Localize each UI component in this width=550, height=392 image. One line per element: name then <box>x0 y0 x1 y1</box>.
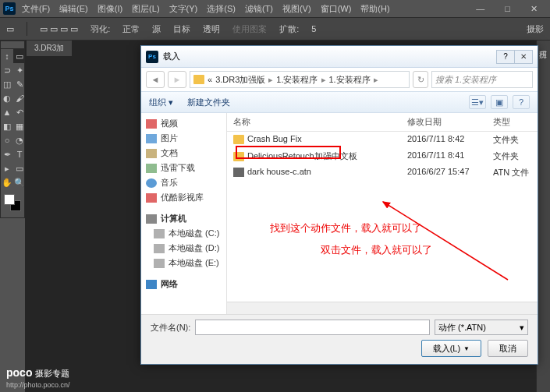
filetype-combo[interactable]: 动作 (*.ATN)▾ <box>435 320 528 335</box>
watermark: poco 摄影专题 http://photo.poco.cn/ <box>0 363 76 392</box>
menu-filter[interactable]: 滤镜(T) <box>245 3 273 15</box>
nav-youku[interactable]: 优酷影视库 <box>146 190 222 205</box>
file-row[interactable]: dark house-c.atn 2016/6/27 15:47 ATN 文件 <box>227 164 538 181</box>
pen-tool-icon[interactable]: ✒ <box>1 147 13 161</box>
mode-dropdown[interactable]: 摄影 <box>527 23 544 35</box>
menu-edit[interactable]: 编辑(E) <box>59 3 88 15</box>
document-tab[interactable]: 3.DR3加 <box>27 41 72 56</box>
help-icon[interactable]: ? <box>513 95 530 109</box>
diffusion-value[interactable]: 5 <box>311 24 316 34</box>
gradient-tool-icon[interactable]: ▦ <box>13 119 26 133</box>
transparent-label: 透明 <box>203 23 220 35</box>
nav-disk-e[interactable]: 本地磁盘 (E:) <box>146 256 222 270</box>
load-button[interactable]: 载入(L) ▼ <box>421 340 481 357</box>
ps-logo: Ps <box>3 2 16 15</box>
col-date[interactable]: 修改日期 <box>401 116 487 128</box>
close-icon[interactable]: ✕ <box>530 4 538 14</box>
hand-tool-icon[interactable]: ✋ <box>1 175 13 189</box>
nav-computer[interactable]: 计算机 <box>146 211 222 226</box>
feather-label: 羽化: <box>90 23 110 35</box>
nav-tree[interactable]: 视频 图片 文档 迅雷下载 音乐 优酷影视库 计算机 本地磁盘 (C:) 本地磁… <box>141 113 227 316</box>
color-swatch[interactable] <box>2 194 23 213</box>
crumb-2[interactable]: 1.安装程序 <box>329 74 371 86</box>
menu-select[interactable]: 选择(S) <box>207 3 236 15</box>
minimize-icon[interactable]: — <box>476 4 484 14</box>
brush-tool-icon[interactable]: 🖌 <box>13 91 26 105</box>
dialog-titlebar[interactable]: Ps 载入 ? ✕ <box>141 46 538 68</box>
photoshop-menubar: Ps 文件(F) 编辑(E) 图像(I) 图层(L) 文字(Y) 选择(S) 滤… <box>0 0 550 17</box>
nav-disk-c[interactable]: 本地磁盘 (C:) <box>146 226 222 241</box>
new-folder-button[interactable]: 新建文件夹 <box>187 97 230 108</box>
horizontal-scrollbar[interactable] <box>227 302 538 314</box>
dodge-tool-icon[interactable]: ◔ <box>13 133 26 147</box>
blur-tool-icon[interactable]: ○ <box>1 133 13 147</box>
menu-image[interactable]: 图像(I) <box>98 3 122 15</box>
help-icon[interactable]: ? <box>496 50 515 64</box>
type-tool-icon[interactable]: T <box>13 147 26 161</box>
move-tool-icon[interactable]: ↕ <box>1 49 13 63</box>
nav-disk-d[interactable]: 本地磁盘 (D:) <box>146 241 222 256</box>
load-dialog: Ps 载入 ? ✕ ◄ ► « 3.DR3加强版▸ 1.安装程序▸ 1.安装程序… <box>140 45 538 365</box>
nav-music[interactable]: 音乐 <box>146 175 222 190</box>
organize-menu[interactable]: 组织 ▾ <box>149 97 173 108</box>
close-icon[interactable]: ✕ <box>514 50 533 64</box>
quick-select-icon[interactable]: ✦ <box>13 63 26 77</box>
nav-network[interactable]: 网络 <box>146 277 222 291</box>
menu-help[interactable]: 帮助(H) <box>360 3 389 15</box>
zoom-tool-icon[interactable]: 🔍 <box>13 175 26 189</box>
annotation-text-2: 双击文件，载入就可以了 <box>321 243 432 257</box>
crop-tool-icon[interactable]: ◫ <box>1 77 13 91</box>
crumb-1[interactable]: 1.安装程序 <box>276 74 318 86</box>
nav-docs[interactable]: 文档 <box>146 146 222 161</box>
maximize-icon[interactable]: □ <box>505 4 510 14</box>
ps-icon: Ps <box>146 51 158 63</box>
refresh-button[interactable]: ↻ <box>413 71 428 88</box>
breadcrumb[interactable]: « 3.DR3加强版▸ 1.安装程序▸ 1.安装程序▸ <box>190 71 410 88</box>
annotation-text-1: 找到这个动作文件，载入就可以了 <box>270 221 422 235</box>
marquee-tool-icon[interactable]: ▭ <box>6 24 14 34</box>
search-input[interactable]: 搜索 1.安装程序 <box>431 71 533 88</box>
menu-window[interactable]: 窗口(W) <box>321 3 352 15</box>
options-bar: ▭ ▭ ▭ ▭ ▭ 羽化: 正常 源 目标 透明 使用图案 扩散: 5 摄影 <box>0 17 550 41</box>
menu-type[interactable]: 文字(Y) <box>169 3 198 15</box>
crumb-0[interactable]: 3.DR3加强版 <box>215 74 265 86</box>
menu-file[interactable]: 文件(F) <box>22 3 50 15</box>
toolbox-grip[interactable] <box>1 41 24 49</box>
shape-tool-icon[interactable]: ▭ <box>13 161 26 175</box>
source-label: 源 <box>152 23 161 35</box>
menu-layer[interactable]: 图层(L) <box>132 3 159 15</box>
back-button[interactable]: ◄ <box>146 71 165 88</box>
heal-brush-icon[interactable]: ◐ <box>1 91 13 105</box>
nav-video[interactable]: 视频 <box>146 116 222 131</box>
filename-label: 文件名(N): <box>151 322 190 334</box>
lasso-tool-icon[interactable]: ⊃ <box>1 63 13 77</box>
menu-view[interactable]: 视图(V) <box>282 3 311 15</box>
filename-input[interactable] <box>195 320 430 335</box>
col-type[interactable]: 类型 <box>487 116 538 128</box>
foreground-color[interactable] <box>4 194 15 205</box>
file-list: 名称 修改日期 类型 Crash Bug Fix 2016/7/11 8:42 … <box>227 113 538 316</box>
annotation-highlight <box>236 146 341 159</box>
dialog-bottom: 文件名(N): 动作 (*.ATN)▾ 载入(L) ▼ 取消 <box>141 314 538 364</box>
history-brush-icon[interactable]: ↶ <box>13 105 26 119</box>
cancel-button[interactable]: 取消 <box>488 340 528 357</box>
file-list-header[interactable]: 名称 修改日期 类型 <box>227 113 538 132</box>
nav-pictures[interactable]: 图片 <box>146 131 222 146</box>
view-mode-icon[interactable]: ☰▾ <box>469 95 486 109</box>
path-select-icon[interactable]: ▸ <box>1 161 13 175</box>
forward-button[interactable]: ► <box>168 71 186 88</box>
toolbox: ↕ ▭ ⊃ ✦ ◫ ✎ ◐ 🖌 ▲ ↶ ◧ ▦ ○ ◔ ✒ T ▸ ▭ ✋ 🔍 <box>0 41 25 218</box>
target-label: 目标 <box>173 23 190 35</box>
stamp-tool-icon[interactable]: ▲ <box>1 105 13 119</box>
eyedropper-icon[interactable]: ✎ <box>13 77 26 91</box>
eraser-tool-icon[interactable]: ◧ <box>1 119 13 133</box>
mode-normal[interactable]: 正常 <box>122 23 140 35</box>
col-name[interactable]: 名称 <box>227 116 401 128</box>
diffusion-label: 扩散: <box>279 23 299 35</box>
marquee-tool-icon[interactable]: ▭ <box>13 49 26 63</box>
dialog-toolbar: 组织 ▾ 新建文件夹 ☰▾ ▣ ? <box>141 91 538 113</box>
dialog-title: 载入 <box>163 51 180 62</box>
nav-downloads[interactable]: 迅雷下载 <box>146 161 222 175</box>
window-controls: — □ ✕ <box>476 4 547 14</box>
preview-pane-icon[interactable]: ▣ <box>491 95 508 109</box>
